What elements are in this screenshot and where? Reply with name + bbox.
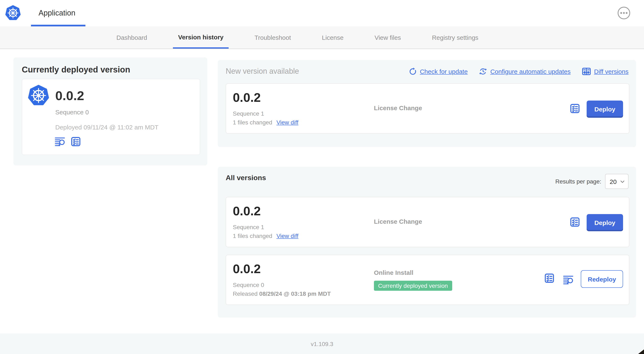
deployed-sequence: Sequence 0 <box>55 109 89 116</box>
checklist-icon[interactable] <box>544 273 555 284</box>
view-diff-link[interactable]: View diff <box>276 232 298 239</box>
checklist-icon[interactable] <box>570 217 580 227</box>
version-number: 0.0.2 <box>233 204 261 218</box>
new-version-section: New version available Check for update <box>218 60 636 147</box>
app-title: Application <box>38 9 75 18</box>
deployed-card-actions <box>54 136 81 147</box>
results-per-page-label: Results per page: <box>556 178 601 185</box>
currently-deployed-panel: Currently deployed version 0.0.2 Sequenc… <box>14 57 207 165</box>
tab-license[interactable]: License <box>322 26 344 48</box>
tab-registry-settings[interactable]: Registry settings <box>432 26 478 48</box>
configure-automatic-updates-link[interactable]: Configure automatic updates <box>478 67 571 76</box>
new-version-title: New version available <box>226 67 299 76</box>
logs-icon[interactable] <box>563 274 574 285</box>
app-title-underline <box>31 25 86 26</box>
deploy-button[interactable]: Deploy <box>587 101 623 118</box>
version-sequence: Sequence 1 <box>233 110 264 117</box>
version-row: 0.0.2 Sequence 0 Released 08/29/24 @ 03:… <box>226 255 629 305</box>
tab-version-history[interactable]: Version history <box>173 26 228 49</box>
version-sequence: Sequence 1 <box>233 224 264 230</box>
ellipsis-menu-icon[interactable] <box>617 6 630 20</box>
app-header: Application <box>0 0 644 27</box>
currently-deployed-badge: Currently deployed version <box>374 281 452 291</box>
files-changed: 1 files changed View diff <box>233 119 298 126</box>
chevron-down-icon <box>620 179 625 184</box>
deployed-version-card: 0.0.2 Sequence 0 Deployed 09/11/24 @ 11:… <box>22 79 200 155</box>
version-number: 0.0.2 <box>233 91 261 105</box>
all-versions-section: All versions Results per page: 20 0.0.2 … <box>218 167 636 317</box>
app-root: Application Dashboard Version history Tr… <box>0 0 644 354</box>
tab-troubleshoot[interactable]: Troubleshoot <box>254 26 291 48</box>
version-source: License Change <box>374 218 422 225</box>
kubernetes-logo-icon <box>28 85 50 106</box>
deployed-timestamp: Deployed 09/11/24 @ 11:02 am MDT <box>55 124 158 131</box>
logs-icon[interactable] <box>54 136 65 147</box>
released-timestamp: Released 08/29/24 @ 03:18 pm MDT <box>233 290 331 297</box>
version-row: 0.0.2 Sequence 1 1 files changed View di… <box>226 197 629 247</box>
version-source: License Change <box>374 104 422 111</box>
auto-update-clock-icon <box>478 67 488 76</box>
tab-dashboard[interactable]: Dashboard <box>116 26 147 48</box>
refresh-icon <box>408 67 417 76</box>
view-diff-link[interactable]: View diff <box>276 119 298 126</box>
version-number: 0.0.2 <box>233 262 261 276</box>
new-version-card: 0.0.2 Sequence 1 1 files changed View di… <box>226 83 629 134</box>
results-per-page-select[interactable]: 20 <box>605 174 628 189</box>
checklist-icon[interactable] <box>570 103 580 114</box>
version-source: Online Install <box>374 269 413 276</box>
deployed-panel-title: Currently deployed version <box>22 65 130 75</box>
redeploy-button[interactable]: Redeploy <box>581 270 623 288</box>
version-sequence: Sequence 0 <box>233 281 264 288</box>
kubernetes-logo-icon <box>5 5 21 21</box>
tab-view-files[interactable]: View files <box>374 26 401 48</box>
app-footer: v1.109.3 <box>0 333 644 354</box>
nav-bar: Dashboard Version history Troubleshoot L… <box>0 26 644 49</box>
console-version: v1.109.3 <box>311 340 333 347</box>
diff-versions-link[interactable]: Diff versions <box>582 67 628 76</box>
deployed-version-number: 0.0.2 <box>55 88 84 104</box>
new-version-actions: Check for update Configure automatic upd… <box>408 67 628 76</box>
all-versions-title: All versions <box>226 174 266 182</box>
check-for-update-link[interactable]: Check for update <box>408 67 468 76</box>
nav-tabs: Dashboard Version history Troubleshoot L… <box>116 26 478 49</box>
checklist-icon[interactable] <box>70 136 81 147</box>
results-per-page: Results per page: 20 <box>556 174 628 189</box>
diff-icon <box>582 67 591 76</box>
files-changed: 1 files changed View diff <box>233 232 298 239</box>
deploy-button[interactable]: Deploy <box>587 214 623 231</box>
